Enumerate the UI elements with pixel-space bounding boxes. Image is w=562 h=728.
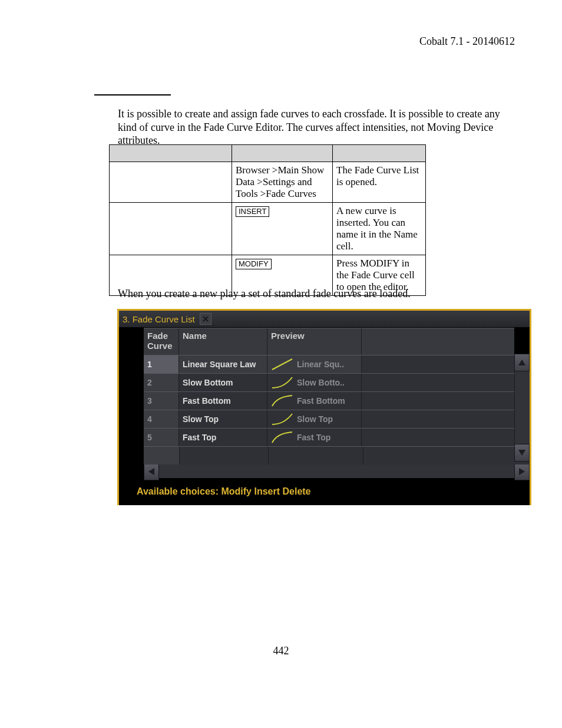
scrollbar-spacer [514,327,530,354]
preview-label: Fast Top [297,433,330,442]
empty-cell [144,447,180,465]
preview-label: Slow Top [297,414,333,424]
curve-icon [271,376,293,389]
action-table-cell: The Fade Curve List is opened. [333,162,426,203]
curve-icon [271,358,293,371]
empty-cell [363,447,530,465]
empty-cell [180,447,269,465]
scroll-down-icon[interactable] [514,444,530,462]
page-number: 442 [0,645,562,657]
row-name-cell[interactable]: Slow Top [179,410,267,428]
row-index-cell[interactable]: 5 [144,429,179,446]
action-table-head-3 [333,145,426,162]
scroll-right-icon[interactable] [514,463,530,480]
window-title: 3. Fade Curve List [123,314,195,324]
keycap: INSERT [236,206,269,217]
row-index-cell[interactable]: 2 [144,374,179,391]
preview-label: Linear Squ.. [297,360,344,369]
row-name-cell[interactable]: Slow Bottom [179,374,267,391]
page-header: Cobalt 7.1 - 20140612 [419,35,515,48]
row-rest-cell [362,429,530,446]
row-rest-cell [362,410,530,428]
row-index-cell[interactable]: 1 [144,355,179,373]
col-fade-curve[interactable]: Fade Curve [144,328,179,355]
action-table-cell [110,162,232,203]
action-table-cell [110,203,232,255]
empty-cell [269,447,363,465]
table-row[interactable]: 2Slow BottomSlow Botto.. [144,373,530,391]
curve-icon [271,394,293,407]
col-name[interactable]: Name [179,328,267,355]
row-preview-cell[interactable]: Slow Top [267,410,362,428]
grid-header: Fade Curve Name Preview [144,328,530,355]
note-paragraph: When you create a new play a set of stan… [118,288,411,300]
col-preview[interactable]: Preview [267,328,362,355]
row-preview-cell[interactable]: Fast Bottom [267,392,362,410]
row-rest-cell [362,374,530,391]
preview-label: Slow Botto.. [297,378,345,387]
table-row[interactable]: 3Fast BottomFast Bottom [144,391,530,410]
action-table-cell: A new curve is inserted. You can name it… [333,203,426,255]
horizontal-scrollbar[interactable] [144,463,530,478]
preview-label: Fast Bottom [297,396,345,406]
curve-icon [271,431,293,444]
intro-paragraph: It is possible to create and assign fade… [118,107,518,147]
scroll-left-icon[interactable] [144,463,159,480]
row-preview-cell[interactable]: Slow Botto.. [267,374,362,391]
action-table: Browser >Main Show Data >Settings and To… [109,144,426,296]
table-row-empty [144,446,530,465]
scrollbar-track[interactable] [159,463,514,478]
section-rule [94,94,171,95]
close-icon[interactable] [200,313,211,325]
table-row[interactable]: 1Linear Square LawLinear Squ.. [144,355,530,373]
action-table-cell: Browser >Main Show Data >Settings and To… [232,162,333,203]
row-rest-cell [362,355,530,373]
gutter [119,328,144,462]
table-row[interactable]: 4Slow TopSlow Top [144,410,530,428]
row-index-cell[interactable]: 3 [144,392,179,410]
row-name-cell[interactable]: Linear Square Law [179,355,267,373]
status-bar: Available choices: Modify Insert Delete [119,478,530,505]
scroll-up-icon[interactable] [514,354,530,371]
row-rest-cell [362,392,530,410]
row-name-cell[interactable]: Fast Bottom [179,392,267,410]
action-table-head-1 [110,145,232,162]
fade-curve-list-window: 3. Fade Curve List Fade Curve Name Previ… [117,309,531,505]
action-table-row: Browser >Main Show Data >Settings and To… [110,162,426,203]
window-titlebar[interactable]: 3. Fade Curve List [119,311,530,328]
row-index-cell[interactable]: 4 [144,410,179,428]
action-table-cell: INSERT [232,203,333,255]
vertical-scrollbar[interactable] [514,327,530,462]
col-rest [362,328,530,355]
curve-icon [271,413,293,426]
action-table-row: INSERTA new curve is inserted. You can n… [110,203,426,255]
table-row[interactable]: 5Fast TopFast Top [144,428,530,446]
row-preview-cell[interactable]: Linear Squ.. [267,355,362,373]
scrollbar-track[interactable] [514,371,530,444]
row-preview-cell[interactable]: Fast Top [267,429,362,446]
row-name-cell[interactable]: Fast Top [179,429,267,446]
keycap: MODIFY [236,259,272,269]
action-table-head-2 [232,145,333,162]
grid: Fade Curve Name Preview 1Linear Square L… [144,328,530,462]
